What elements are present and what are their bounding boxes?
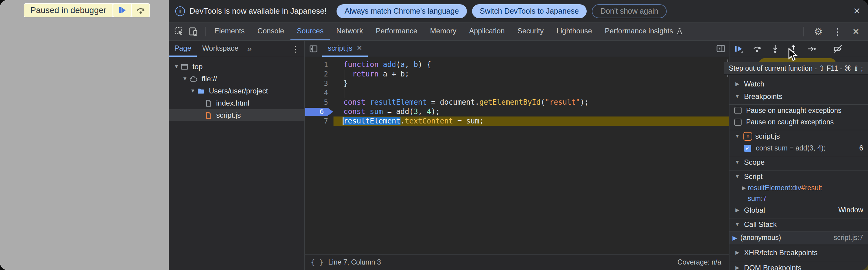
section-dom-breakpoints[interactable]: ▶DOM Breakpoints xyxy=(730,261,868,270)
step-over-button[interactable] xyxy=(752,44,762,54)
resume-script-button[interactable] xyxy=(114,4,131,17)
checkbox[interactable] xyxy=(734,107,742,114)
tree-item-users-user-project[interactable]: ▼Users/user/project xyxy=(169,85,304,97)
tab-memory[interactable]: Memory xyxy=(424,23,463,40)
navigator-menu-icon[interactable]: ⋮ xyxy=(291,44,300,54)
device-toolbar-icon[interactable] xyxy=(189,27,198,36)
toolbar-left-icons xyxy=(169,23,208,40)
frame--anonymous-[interactable]: ▶(anonymous)script.js:7 xyxy=(730,231,868,244)
chevron-right-icon[interactable]: ▶ xyxy=(734,207,741,213)
kebab-menu-icon[interactable]: ⋮ xyxy=(833,26,842,37)
code-token: , xyxy=(405,60,413,69)
step-into-button[interactable] xyxy=(770,44,780,54)
section-label: Scope xyxy=(744,158,765,167)
inspect-element-icon[interactable] xyxy=(174,27,184,36)
chevron-right-icon[interactable]: ▶ xyxy=(734,81,741,87)
tab-performance-insights[interactable]: Performance insights xyxy=(598,23,689,40)
deactivate-breakpoints-icon xyxy=(833,44,843,54)
paused-banner-label: Paused in debugger xyxy=(24,4,113,17)
section-watch[interactable]: ▶Watch xyxy=(730,78,868,90)
line-number: 2 xyxy=(324,70,328,78)
chevron-right-icon[interactable]: ▶ xyxy=(740,185,748,191)
gutter-line-5[interactable]: 5 xyxy=(305,98,334,107)
gutter-line-6[interactable]: 6 xyxy=(305,107,334,117)
code-text: return a + b; xyxy=(334,69,729,79)
pretty-print-icon[interactable]: { } xyxy=(311,259,323,266)
code-token: getElementById xyxy=(479,98,540,107)
var-resultelement[interactable]: ▶resultElement: div#result xyxy=(730,183,868,193)
gear-icon[interactable]: ⚙ xyxy=(814,26,823,37)
toolbar-right-separator xyxy=(803,27,804,36)
chevron-down-icon[interactable]: ▼ xyxy=(734,93,741,99)
tree-item-top[interactable]: ▼top xyxy=(169,61,304,73)
tab-application[interactable]: Application xyxy=(463,23,511,40)
gutter-line-2[interactable]: 2 xyxy=(305,69,334,79)
tab-network[interactable]: Network xyxy=(330,23,369,40)
sources-workarea: Page Workspace » ⋮ ▼top▼file://▼Users/us… xyxy=(169,41,868,270)
switch-to-japanese-button[interactable]: Switch DevTools to Japanese xyxy=(472,4,587,18)
code-editor[interactable]: 1function add(a, b) {2 return a + b;3}45… xyxy=(305,57,729,254)
code-text: resultElement.textContent = sum; xyxy=(334,117,729,126)
tab-security[interactable]: Security xyxy=(511,23,550,40)
tab-performance[interactable]: Performance xyxy=(369,23,424,40)
checkbox[interactable] xyxy=(734,119,742,126)
always-match-language-button[interactable]: Always match Chrome's language xyxy=(337,4,467,18)
chevron-right-icon[interactable]: ▶ xyxy=(734,265,741,270)
section-call-stack[interactable]: ▼Call Stack xyxy=(730,218,868,231)
dont-show-again-button[interactable]: Don't show again xyxy=(592,4,667,18)
tree-item-index-html[interactable]: index.html xyxy=(169,97,304,109)
tab-lighthouse[interactable]: Lighthouse xyxy=(550,23,598,40)
chevron-down-icon[interactable]: ▼ xyxy=(734,174,741,180)
deactivate-breakpoints-button[interactable] xyxy=(833,44,843,54)
section-breakpoints[interactable]: ▼Breakpoints xyxy=(730,90,868,102)
collapse-navigator-icon[interactable] xyxy=(305,41,322,57)
chevron-right-icon[interactable]: ▶ xyxy=(734,249,741,256)
chevron-down-icon[interactable]: ▼ xyxy=(734,159,741,165)
notification-bar: i DevTools is now available in Japanese!… xyxy=(169,0,868,23)
devtools-main-toolbar: ElementsConsoleSourcesNetworkPerformance… xyxy=(169,23,868,41)
chevron-down-icon[interactable]: ▼ xyxy=(734,133,741,139)
gutter-line-4[interactable]: 4 xyxy=(305,88,334,98)
tab-console[interactable]: Console xyxy=(251,23,290,40)
editor-tab-scriptjs[interactable]: script.js ✕ xyxy=(322,41,368,57)
notification-buttons: Always match Chrome's language Switch De… xyxy=(337,4,667,18)
tree-item-script-js[interactable]: script.js xyxy=(169,109,304,121)
scopehead-script[interactable]: ▼Script xyxy=(730,170,868,183)
var-sum[interactable]: sum: 7 xyxy=(730,193,868,204)
code-token: ) { xyxy=(418,60,431,69)
expander-icon[interactable]: ▼ xyxy=(181,76,189,82)
step-button[interactable] xyxy=(806,44,817,54)
chevron-down-icon[interactable]: ▼ xyxy=(734,221,741,228)
section-xhr-fetch-breakpoints[interactable]: ▶XHR/fetch Breakpoints xyxy=(730,246,868,259)
checkbox-pause-on-uncaught-exceptions[interactable]: Pause on uncaught exceptions xyxy=(730,104,868,116)
gutter-line-1[interactable]: 1 xyxy=(305,60,334,69)
scopehead-global[interactable]: ▶GlobalWindow xyxy=(730,204,868,216)
breakpoint-checkbox[interactable]: ✓ xyxy=(744,145,751,152)
tree-item-file-[interactable]: ▼file:// xyxy=(169,73,304,85)
code-token: textContent xyxy=(405,117,453,125)
checkbox-pause-on-caught-exceptions[interactable]: Pause on caught exceptions xyxy=(730,116,868,128)
breakpoint-const-sum-add-3-4-[interactable]: ✓const sum = add(3, 4);6 xyxy=(730,142,868,154)
close-tab-icon[interactable]: ✕ xyxy=(356,44,362,52)
code-token: ( xyxy=(396,60,400,69)
tab-page[interactable]: Page xyxy=(169,41,197,57)
tab-elements[interactable]: Elements xyxy=(208,23,251,40)
step-over-script-button[interactable] xyxy=(132,4,150,17)
more-tabs-icon[interactable]: » xyxy=(244,41,255,57)
expander-icon[interactable]: ▼ xyxy=(189,88,197,94)
gutter-line-3[interactable]: 3 xyxy=(305,79,334,88)
toggle-debugger-sidebar-icon[interactable] xyxy=(716,44,725,55)
filegroup-script-js[interactable]: ▼‹›script.js xyxy=(730,130,868,142)
tab-sources[interactable]: Sources xyxy=(290,23,330,40)
resume-button[interactable] xyxy=(734,44,744,54)
editor-pane: script.js ✕ 1function add(a, b) {2 retur… xyxy=(305,41,729,270)
tab-label: Console xyxy=(257,27,284,35)
tab-workspace[interactable]: Workspace xyxy=(197,41,244,57)
toolbar-separator xyxy=(205,27,206,36)
close-icon[interactable]: ✕ xyxy=(853,6,861,17)
section-scope[interactable]: ▼Scope xyxy=(730,156,868,169)
gutter-line-7[interactable]: 7 xyxy=(305,117,334,126)
close-devtools-icon[interactable]: ✕ xyxy=(852,27,860,37)
tree-item-label: file:// xyxy=(202,74,217,83)
expander-icon[interactable]: ▼ xyxy=(173,64,180,70)
